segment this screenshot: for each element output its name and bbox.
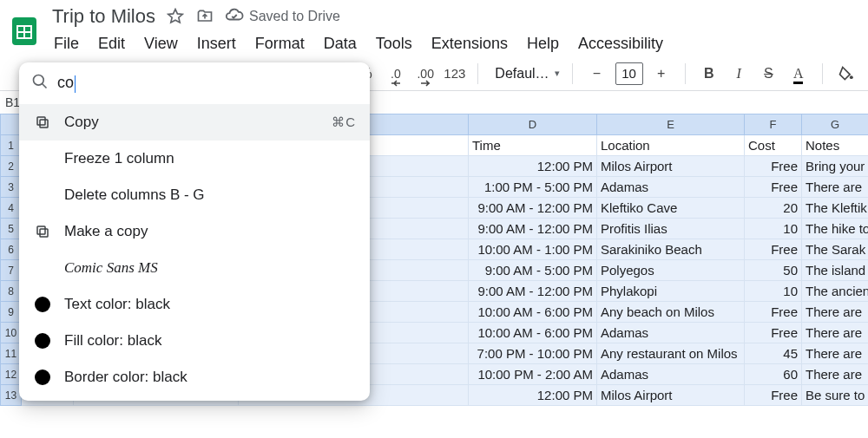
cell[interactable]: Milos Airport xyxy=(597,385,745,406)
cell[interactable]: Be sure to xyxy=(802,385,869,406)
cell[interactable]: There are xyxy=(802,343,869,364)
command-item[interactable]: Delete columns B - G xyxy=(19,177,370,213)
column-header-G[interactable]: G xyxy=(802,114,869,135)
cell[interactable]: Bring your xyxy=(802,156,869,177)
menu-accessibility[interactable]: Accessibility xyxy=(576,33,665,55)
increase-decimals-button[interactable]: .00 xyxy=(414,62,437,86)
decrease-decimals-button[interactable]: .0 xyxy=(385,62,407,86)
cell[interactable]: The hike to xyxy=(802,219,869,239)
row-header[interactable]: 11 xyxy=(1,343,22,364)
sheets-logo[interactable] xyxy=(7,9,42,54)
row-header[interactable]: 2 xyxy=(1,156,22,177)
column-header-F[interactable]: F xyxy=(745,114,802,135)
cell[interactable]: 45 xyxy=(745,343,802,364)
cell[interactable]: Any beach on Milos xyxy=(597,302,745,323)
number-format-button[interactable]: 123 xyxy=(444,66,465,81)
star-icon[interactable] xyxy=(166,7,185,26)
move-icon[interactable] xyxy=(195,7,214,26)
cell[interactable]: 9:00 AM - 5:00 PM xyxy=(469,260,597,281)
menu-file[interactable]: File xyxy=(52,33,81,55)
cell[interactable]: The Kleftik xyxy=(802,198,869,219)
cell[interactable]: There are xyxy=(802,364,869,385)
cell[interactable]: The island xyxy=(802,260,869,281)
cell[interactable]: The ancien xyxy=(802,281,869,302)
cell[interactable]: Polyegos xyxy=(597,260,745,281)
cell[interactable]: There are xyxy=(802,302,869,323)
font-size-increase-button[interactable]: + xyxy=(650,62,673,86)
cell[interactable]: Profitis Ilias xyxy=(597,219,745,239)
cell[interactable]: Any restaurant on Milos xyxy=(597,343,745,364)
cell[interactable]: Free xyxy=(745,239,802,260)
row-header[interactable]: 3 xyxy=(1,177,22,198)
corner-cell[interactable] xyxy=(1,114,22,135)
cell[interactable]: 9:00 AM - 12:00 PM xyxy=(469,198,597,219)
cell[interactable]: Free xyxy=(745,385,802,406)
cell[interactable]: 9:00 AM - 12:00 PM xyxy=(469,281,597,302)
bold-button[interactable]: B xyxy=(698,62,720,86)
command-item[interactable]: Text color: black xyxy=(19,286,370,323)
cell[interactable]: 10:00 AM - 6:00 PM xyxy=(469,302,597,323)
cell[interactable]: Location xyxy=(597,135,745,156)
cell[interactable]: Notes xyxy=(802,135,869,156)
cell[interactable]: Cost xyxy=(745,135,802,156)
cell[interactable]: 20 xyxy=(745,198,802,219)
italic-button[interactable]: I xyxy=(727,62,750,86)
doc-title[interactable]: Trip to Milos xyxy=(52,5,155,28)
cell[interactable]: Milos Airport xyxy=(597,156,745,177)
row-header[interactable]: 1 xyxy=(1,135,22,156)
fill-color-button[interactable] xyxy=(835,62,858,86)
font-size-decrease-button[interactable]: − xyxy=(585,62,608,86)
row-header[interactable]: 13 xyxy=(1,385,22,406)
command-item[interactable]: Comic Sans MS xyxy=(19,250,370,286)
menu-extensions[interactable]: Extensions xyxy=(430,33,510,55)
row-header[interactable]: 4 xyxy=(1,198,22,219)
cell[interactable]: Adamas xyxy=(597,323,745,343)
cell[interactable]: Free xyxy=(745,323,802,343)
menu-edit[interactable]: Edit xyxy=(96,33,127,55)
command-item[interactable]: Freeze 1 column xyxy=(19,141,370,177)
saved-to-drive-label[interactable]: Saved to Drive xyxy=(225,5,340,28)
cell[interactable]: 10:00 AM - 6:00 PM xyxy=(469,323,597,343)
font-family-select[interactable]: Defaul… ▾ xyxy=(490,63,560,84)
menu-help[interactable]: Help xyxy=(525,33,561,55)
row-header[interactable]: 8 xyxy=(1,281,22,302)
menu-data[interactable]: Data xyxy=(322,33,358,55)
row-header[interactable]: 9 xyxy=(1,302,22,323)
row-header[interactable]: 7 xyxy=(1,260,22,281)
cell[interactable]: Free xyxy=(745,156,802,177)
column-header-E[interactable]: E xyxy=(597,114,745,135)
cell[interactable]: 12:00 PM xyxy=(469,385,597,406)
command-item[interactable]: Make a copy xyxy=(19,213,370,250)
cell[interactable]: 10 xyxy=(745,219,802,239)
menu-tools[interactable]: Tools xyxy=(374,33,414,55)
cell[interactable]: Free xyxy=(745,177,802,198)
cell[interactable]: Time xyxy=(469,135,597,156)
cell[interactable]: Free xyxy=(745,302,802,323)
cell[interactable]: Phylakopi xyxy=(597,281,745,302)
row-header[interactable]: 12 xyxy=(1,364,22,385)
cell[interactable]: Sarakiniko Beach xyxy=(597,239,745,260)
command-item[interactable]: Border color: black xyxy=(19,359,370,396)
menu-insert[interactable]: Insert xyxy=(195,33,238,55)
cell[interactable]: 9:00 AM - 12:00 PM xyxy=(469,219,597,239)
cell[interactable]: 10 xyxy=(745,281,802,302)
row-header[interactable]: 10 xyxy=(1,323,22,343)
cell[interactable]: There are xyxy=(802,323,869,343)
cell[interactable]: The Sarak xyxy=(802,239,869,260)
cell[interactable]: 60 xyxy=(745,364,802,385)
strike-button[interactable]: S xyxy=(757,62,779,86)
command-search-input[interactable]: co xyxy=(57,74,76,92)
text-color-button[interactable]: A xyxy=(787,62,810,86)
column-header-D[interactable]: D xyxy=(469,114,597,135)
row-header[interactable]: 5 xyxy=(1,219,22,239)
command-item[interactable]: Copy⌘C xyxy=(19,104,370,141)
command-item[interactable]: Fill color: black xyxy=(19,323,370,359)
cell[interactable]: 50 xyxy=(745,260,802,281)
cell[interactable]: Adamas xyxy=(597,364,745,385)
cell[interactable]: 12:00 PM xyxy=(469,156,597,177)
menu-view[interactable]: View xyxy=(142,33,180,55)
cell[interactable]: Adamas xyxy=(597,177,745,198)
cell[interactable]: 7:00 PM - 10:00 PM xyxy=(469,343,597,364)
cell[interactable]: 10:00 AM - 1:00 PM xyxy=(469,239,597,260)
row-header[interactable]: 6 xyxy=(1,239,22,260)
